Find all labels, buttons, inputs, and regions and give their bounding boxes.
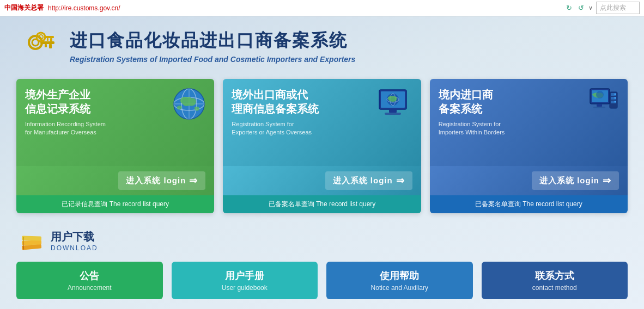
svg-rect-22 [385, 113, 401, 115]
card1-text: 境外生产企业信息记录系统 Information Recording Syste… [25, 88, 173, 137]
card1-login-button[interactable]: 进入系统 login ⇒ [118, 171, 205, 190]
url-bar: http://ire.customs.gov.cn/ [48, 4, 120, 12]
main-content: 进口食品化妆品进出口商备案系统 Registration Systems of … [0, 16, 644, 309]
browser-topbar: 中国海关总署 http://ire.customs.gov.cn/ ↻ ↺ ∨ … [0, 0, 644, 16]
card1-title: 境外生产企业信息记录系统 [25, 88, 173, 116]
svg-rect-39 [23, 241, 24, 245]
svg-point-25 [596, 91, 604, 98]
arrow-icon: ⇒ [189, 175, 198, 187]
btn2-label-en: User guidebook [177, 284, 313, 292]
card-domestic-importer: 境内进口商备案系统 Registration System forImporte… [430, 79, 628, 213]
site-logo: 中国海关总署 [4, 3, 44, 13]
back-icon[interactable]: ↺ [576, 4, 585, 13]
card1-login-area: 进入系统 login ⇒ [16, 166, 214, 195]
header-logo-icon [22, 27, 60, 65]
svg-rect-4 [45, 44, 47, 47]
user-guidebook-button[interactable]: 用户手册 User guidebook [172, 262, 318, 299]
btn1-label-en: Announcement [22, 284, 157, 292]
search-bar[interactable]: 点此搜索 [596, 2, 640, 14]
svg-point-32 [614, 94, 616, 95]
card1-desc: Information Recording Systemfor Manufact… [25, 120, 173, 137]
card3-query-button[interactable]: 已备案名单查询 The record list query [430, 195, 628, 213]
svg-rect-21 [389, 109, 397, 113]
card3-desc: Registration System forImporters Within … [439, 120, 589, 137]
announcement-button[interactable]: 公告 Announcement [16, 262, 163, 299]
chevron-down-icon[interactable]: ∨ [588, 4, 593, 11]
btn2-label-zh: 用户手册 [177, 269, 313, 282]
globe-icon [173, 88, 205, 120]
svg-rect-40 [23, 237, 24, 241]
card1-query-button[interactable]: 已记录信息查询 The record list query [16, 195, 214, 213]
card2-text: 境外出口商或代理商信息备案系统 Registration System forE… [232, 88, 376, 137]
card3-text: 境内进口商备案系统 Registration System forImporte… [439, 88, 589, 137]
arrow-icon: ⇒ [396, 175, 405, 187]
card1-body: 境外生产企业信息记录系统 Information Recording Syste… [16, 79, 214, 166]
topbar-right: ↻ ↺ ∨ 点此搜索 [564, 2, 640, 14]
contact-button[interactable]: 联系方式 contact method [482, 262, 628, 299]
svg-point-33 [614, 97, 616, 99]
card3-title: 境内进口商备案系统 [439, 88, 589, 116]
cards-row: 境外生产企业信息记录系统 Information Recording Syste… [16, 79, 628, 213]
card3-login-area: 进入系统 login ⇒ [430, 166, 628, 195]
download-section: 用户下载 DOWNLOAD [16, 228, 628, 253]
svg-rect-8 [50, 38, 52, 41]
btn4-label-zh: 联系方式 [487, 269, 623, 282]
card-overseas-exporter: 境外出口商或代理商信息备案系统 Registration System forE… [223, 79, 421, 213]
card2-desc: Registration System forExporters or Agen… [232, 120, 376, 137]
refresh-icon[interactable]: ↻ [564, 4, 573, 13]
svg-rect-37 [22, 236, 41, 240]
arrow-icon: ⇒ [603, 175, 611, 187]
btn4-label-en: contact method [487, 284, 623, 292]
card2-login-button[interactable]: 进入系统 login ⇒ [325, 171, 412, 190]
btn1-label-zh: 公告 [22, 269, 157, 282]
card1-login-label: 进入系统 login [126, 176, 186, 186]
svg-rect-9 [47, 38, 48, 41]
page-header: 进口食品化妆品进出口商备案系统 Registration Systems of … [16, 27, 628, 65]
card3-login-label: 进入系统 login [539, 176, 599, 186]
bottom-buttons: 公告 Announcement 用户手册 User guidebook 使用帮助… [16, 262, 628, 299]
monitor-icon [377, 88, 412, 120]
svg-rect-3 [49, 44, 52, 48]
server-icon [589, 88, 619, 120]
svg-point-0 [29, 36, 42, 49]
card3-body: 境内进口商备案系统 Registration System forImporte… [430, 79, 628, 166]
svg-rect-27 [593, 107, 605, 108]
download-title: 用户下载 DOWNLOAD [51, 230, 98, 252]
download-title-zh: 用户下载 [51, 230, 98, 244]
card2-title: 境外出口商或代理商信息备案系统 [232, 88, 376, 116]
card-overseas-manufacturer: 境外生产企业信息记录系统 Information Recording Syste… [16, 79, 214, 213]
svg-rect-36 [22, 240, 41, 245]
help-button[interactable]: 使用帮助 Notice and Auxiliary [326, 262, 473, 299]
card2-login-area: 进入系统 login ⇒ [223, 166, 421, 195]
card2-body: 境外出口商或代理商信息备案系统 Registration System forE… [223, 79, 421, 166]
card3-login-button[interactable]: 进入系统 login ⇒ [532, 171, 619, 190]
svg-rect-7 [44, 36, 54, 38]
svg-rect-26 [597, 104, 602, 107]
btn3-label-zh: 使用帮助 [332, 269, 467, 282]
card2-login-label: 进入系统 login [333, 176, 393, 186]
download-title-en: DOWNLOAD [51, 244, 98, 252]
svg-point-34 [614, 101, 616, 103]
download-books-icon [20, 228, 44, 253]
page-title: 进口食品化妆品进出口商备案系统 Registration Systems of … [70, 29, 355, 64]
btn3-label-en: Notice and Auxiliary [332, 284, 467, 292]
card2-query-button[interactable]: 已备案名单查询 The record list query [223, 195, 421, 213]
